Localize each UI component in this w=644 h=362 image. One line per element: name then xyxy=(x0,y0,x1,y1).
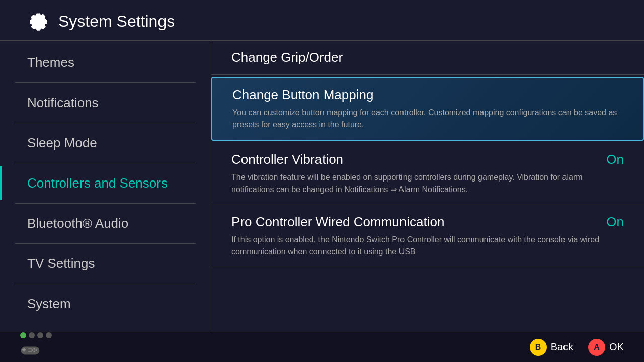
divider-1 xyxy=(15,82,196,83)
content-item-desc-vibration: The vibration feature will be enabled on… xyxy=(231,171,624,196)
content-area: Change Grip/Order Change Button Mapping … xyxy=(211,41,644,332)
content-item-status-vibration: On xyxy=(606,152,624,167)
divider-5 xyxy=(15,243,196,244)
svg-point-4 xyxy=(35,349,37,351)
svg-rect-8 xyxy=(28,351,32,352)
content-item-header-wired: Pro Controller Wired Communication On xyxy=(231,214,624,230)
svg-rect-2 xyxy=(22,349,26,350)
a-button-label: A xyxy=(594,343,600,352)
sidebar-item-bluetooth-audio[interactable]: Bluetooth® Audio xyxy=(0,207,211,240)
b-button-label: B xyxy=(535,343,541,352)
sidebar: Themes Notifications Sleep Mode Controll… xyxy=(0,41,211,332)
controller-dots xyxy=(20,332,52,338)
content-item-title-vibration: Controller Vibration xyxy=(231,152,343,167)
footer-left xyxy=(20,332,52,363)
b-button-circle: B xyxy=(530,339,547,356)
content-item-title-wired: Pro Controller Wired Communication xyxy=(231,214,444,230)
controller-status xyxy=(20,332,52,363)
content-item-header-vibration: Controller Vibration On xyxy=(231,152,624,167)
divider-6 xyxy=(15,284,196,284)
sidebar-item-sleep-mode[interactable]: Sleep Mode xyxy=(0,126,211,160)
footer-right: B Back A OK xyxy=(530,339,624,356)
back-label: Back xyxy=(551,341,573,353)
main-layout: Themes Notifications Sleep Mode Controll… xyxy=(0,41,644,332)
sidebar-item-themes[interactable]: Themes xyxy=(0,46,211,79)
content-item-header-selected: Change Button Mapping xyxy=(232,87,623,103)
sidebar-item-tv-settings[interactable]: TV Settings xyxy=(0,247,211,281)
content-item-status-wired: On xyxy=(606,214,624,230)
sidebar-item-controllers-and-sensors[interactable]: Controllers and Sensors xyxy=(0,166,211,200)
sidebar-item-system[interactable]: System xyxy=(0,287,211,321)
ok-button[interactable]: A OK xyxy=(588,339,624,356)
content-item-change-grip-order[interactable]: Change Grip/Order xyxy=(211,41,644,75)
content-item-change-button-mapping[interactable]: Change Button Mapping You can customize … xyxy=(211,77,644,141)
dot-3 xyxy=(37,332,43,338)
divider-4 xyxy=(15,203,196,204)
dot-2 xyxy=(29,332,35,338)
ok-label: OK xyxy=(609,341,624,353)
content-item-desc-selected: You can customize button mapping for eac… xyxy=(232,107,623,131)
content-item-desc-wired: If this option is enabled, the Nintendo … xyxy=(231,234,624,258)
divider-2 xyxy=(15,123,196,123)
svg-point-3 xyxy=(33,348,35,349)
dot-1 xyxy=(20,332,26,338)
content-item-title-selected: Change Button Mapping xyxy=(232,87,373,103)
back-button[interactable]: B Back xyxy=(530,339,573,356)
page-title: System Settings xyxy=(58,12,175,31)
content-item-controller-vibration[interactable]: Controller Vibration On The vibration fe… xyxy=(211,143,644,205)
svg-rect-7 xyxy=(28,348,32,349)
divider-3 xyxy=(15,163,196,163)
dot-4 xyxy=(46,332,52,338)
gear-icon xyxy=(25,9,49,33)
svg-point-5 xyxy=(33,350,35,352)
footer: B Back A OK xyxy=(0,332,644,362)
a-button-circle: A xyxy=(588,339,605,356)
content-item-title: Change Grip/Order xyxy=(231,50,343,65)
controller-icon xyxy=(20,340,40,360)
sidebar-item-notifications[interactable]: Notifications xyxy=(0,86,211,120)
content-item-header: Change Grip/Order xyxy=(231,50,624,65)
header: System Settings xyxy=(0,0,644,41)
content-item-pro-controller-wired[interactable]: Pro Controller Wired Communication On If… xyxy=(211,205,644,267)
svg-point-6 xyxy=(31,349,33,351)
